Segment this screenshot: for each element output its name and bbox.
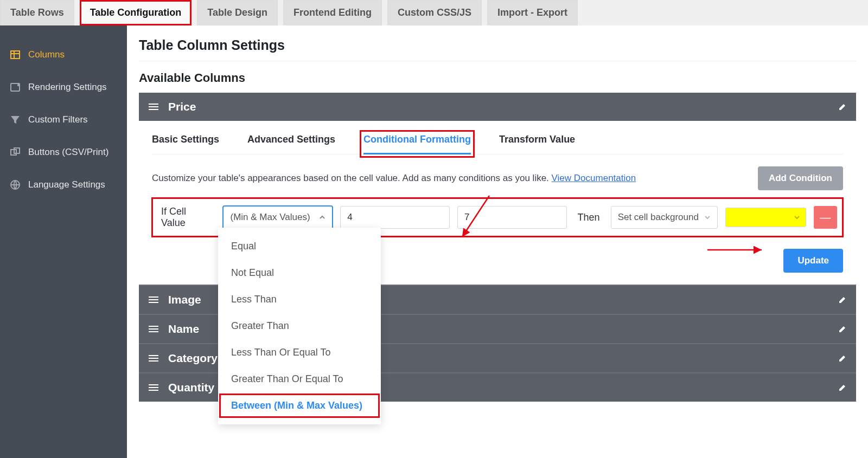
sidebar-item-buttons[interactable]: Buttons (CSV/Print) <box>0 136 127 169</box>
sidebar-item-language[interactable]: Language Settings <box>0 169 127 201</box>
add-condition-button[interactable]: Add Condition <box>758 166 843 190</box>
sidebar-item-label: Custom Filters <box>28 114 88 125</box>
dropdown-option-lte[interactable]: Less Than Or Equal To <box>218 339 381 366</box>
column-header-label: Category <box>168 352 218 365</box>
page-title: Table Column Settings <box>139 37 856 53</box>
color-picker[interactable] <box>725 208 806 227</box>
top-tabs: Table Rows Table Configuration Table Des… <box>0 0 868 25</box>
drag-handle-icon[interactable] <box>149 103 158 111</box>
divider <box>139 61 856 61</box>
tab-transform-value[interactable]: Transform Value <box>499 134 575 154</box>
edit-icon[interactable] <box>839 384 846 391</box>
sidebar-item-filters[interactable]: Custom Filters <box>0 104 127 136</box>
action-select[interactable]: Set cell background <box>611 206 718 229</box>
column-settings-panel: Basic Settings Advanced Settings Conditi… <box>139 121 856 285</box>
min-value-input[interactable]: 4 <box>340 206 450 229</box>
columns-icon <box>10 49 21 60</box>
tab-table-configuration[interactable]: Table Configuration <box>80 0 192 25</box>
sidebar-item-label: Buttons (CSV/Print) <box>28 147 108 158</box>
drag-handle-icon[interactable] <box>149 296 158 304</box>
edit-icon[interactable] <box>839 296 846 304</box>
drag-handle-icon[interactable] <box>149 384 158 391</box>
sidebar-item-label: Columns <box>28 49 65 60</box>
buttons-icon <box>10 147 21 158</box>
chevron-down-icon <box>704 214 711 221</box>
view-documentation-link[interactable]: View Documentation <box>552 173 636 183</box>
if-cell-value-label: If Cell Value <box>158 206 215 229</box>
column-header-label: Price <box>168 100 196 113</box>
tab-custom-css-js[interactable]: Custom CSS/JS <box>387 0 482 25</box>
inner-tabs: Basic Settings Advanced Settings Conditi… <box>152 134 843 154</box>
available-columns-title: Available Columns <box>139 71 856 85</box>
tab-basic-settings[interactable]: Basic Settings <box>152 134 219 154</box>
then-label: Then <box>575 212 603 223</box>
tab-table-rows[interactable]: Table Rows <box>0 0 74 25</box>
main-content: Table Column Settings Available Columns … <box>127 25 868 458</box>
rendering-icon <box>10 82 21 93</box>
tab-import-export[interactable]: Import - Export <box>487 0 578 25</box>
column-header-label: Quantity <box>168 381 214 394</box>
update-button[interactable]: Update <box>783 249 843 273</box>
tab-table-design[interactable]: Table Design <box>197 0 278 25</box>
tab-advanced-settings[interactable]: Advanced Settings <box>247 134 335 154</box>
operator-dropdown: Equal Not Equal Less Than Greater Than L… <box>218 228 381 424</box>
dropdown-option-gte[interactable]: Greater Than Or Equal To <box>218 366 381 392</box>
edit-icon[interactable] <box>839 325 846 333</box>
remove-condition-button[interactable]: — <box>814 206 837 229</box>
filter-icon <box>10 114 21 125</box>
drag-handle-icon[interactable] <box>149 325 158 333</box>
column-header-label: Image <box>168 293 201 306</box>
action-select-value: Set cell background <box>618 212 699 223</box>
operator-select[interactable]: (Min & Max Values) <box>223 206 333 229</box>
description-text: Customize your table's appearances based… <box>152 173 636 184</box>
edit-icon[interactable] <box>839 354 846 362</box>
sidebar-item-rendering[interactable]: Rendering Settings <box>0 71 127 104</box>
tab-frontend-editing[interactable]: Frontend Editing <box>283 0 382 25</box>
drag-handle-icon[interactable] <box>149 354 158 362</box>
sidebar-item-label: Rendering Settings <box>28 82 107 93</box>
sidebar-item-columns[interactable]: Columns <box>0 38 127 71</box>
annotation-arrow-update <box>707 244 767 255</box>
chevron-up-icon <box>319 214 326 221</box>
max-value-input[interactable]: 7 <box>457 206 567 229</box>
svg-point-4 <box>18 85 19 86</box>
svg-rect-0 <box>11 51 20 59</box>
dropdown-option-equal[interactable]: Equal <box>218 233 381 260</box>
language-icon <box>10 179 21 190</box>
dropdown-option-greater-than[interactable]: Greater Than <box>218 313 381 339</box>
dropdown-option-not-equal[interactable]: Not Equal <box>218 260 381 286</box>
tab-conditional-formatting[interactable]: Conditional Formatting <box>363 134 471 154</box>
sidebar: Columns Rendering Settings Custom Filter… <box>0 25 127 458</box>
minus-icon: — <box>820 211 831 224</box>
dropdown-option-between[interactable]: Between (Min & Max Values) <box>218 392 381 419</box>
edit-icon[interactable] <box>839 103 846 111</box>
sidebar-item-label: Language Settings <box>28 179 105 190</box>
dropdown-option-less-than[interactable]: Less Than <box>218 286 381 313</box>
column-header-price[interactable]: Price <box>139 93 856 121</box>
operator-select-value: (Min & Max Values) <box>230 212 310 223</box>
column-header-label: Name <box>168 322 199 336</box>
chevron-down-icon <box>794 214 800 221</box>
